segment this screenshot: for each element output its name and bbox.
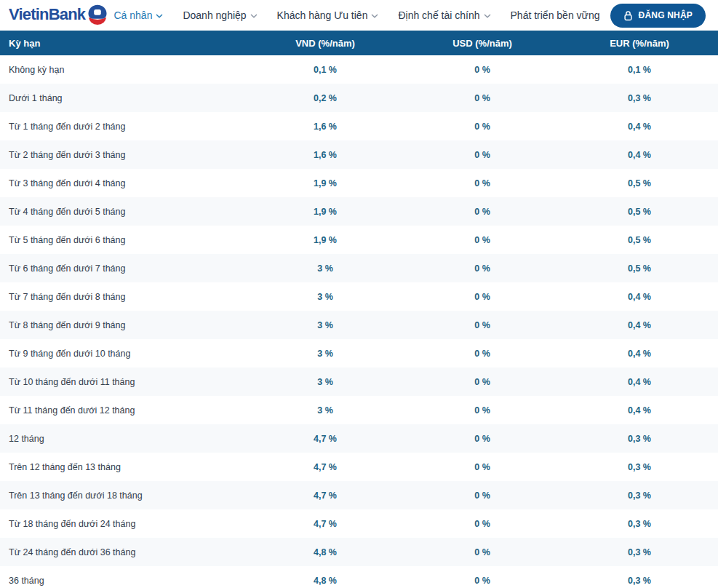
nav-item-2[interactable]: Khách hàng Ưu tiên xyxy=(277,9,379,21)
login-button-label: ĐĂNG NHẬP xyxy=(639,10,693,20)
vnd-cell: 4,7 % xyxy=(247,490,404,501)
chevron-down-icon xyxy=(484,14,491,18)
vnd-cell: 3 % xyxy=(247,320,404,330)
vnd-cell: 4,7 % xyxy=(247,519,404,529)
eur-cell: 0,5 % xyxy=(561,235,718,245)
vnd-cell: 4,8 % xyxy=(247,576,404,586)
eur-cell: 0,3 % xyxy=(561,434,718,444)
usd-cell: 0 % xyxy=(404,405,561,416)
vnd-cell: 0,2 % xyxy=(247,93,404,103)
usd-cell: 0 % xyxy=(404,490,561,501)
term-cell: Từ 5 tháng đến dưới 6 tháng xyxy=(0,235,247,245)
usd-cell: 0 % xyxy=(404,349,561,359)
eur-cell: 0,1 % xyxy=(561,65,718,75)
vnd-cell: 4,7 % xyxy=(247,434,404,444)
col-header-usd: USD (%/năm) xyxy=(404,38,561,49)
usd-cell: 0 % xyxy=(404,207,561,217)
usd-cell: 0 % xyxy=(404,235,561,245)
chevron-down-icon xyxy=(156,14,163,18)
table-row: Từ 5 tháng đến dưới 6 tháng 1,9 % 0 % 0,… xyxy=(0,226,718,254)
vnd-cell: 3 % xyxy=(247,349,404,359)
eur-cell: 0,4 % xyxy=(561,320,718,330)
eur-cell: 0,3 % xyxy=(561,93,718,103)
table-row: Từ 3 tháng đến dưới 4 tháng 1,9 % 0 % 0,… xyxy=(0,169,718,197)
vnd-cell: 1,6 % xyxy=(247,122,404,132)
interest-rate-table: Kỳ hạn VND (%/năm) USD (%/năm) EUR (%/nă… xyxy=(0,31,718,588)
logo-text: VietinBank xyxy=(9,7,85,25)
term-cell: Từ 8 tháng đến dưới 9 tháng xyxy=(0,320,247,330)
vnd-cell: 3 % xyxy=(247,292,404,302)
term-cell: Không kỳ hạn xyxy=(0,65,247,75)
usd-cell: 0 % xyxy=(404,434,561,444)
eur-cell: 0,4 % xyxy=(561,122,718,132)
usd-cell: 0 % xyxy=(404,462,561,472)
eur-cell: 0,3 % xyxy=(561,462,718,472)
table-row: Từ 10 tháng đến dưới 11 tháng 3 % 0 % 0,… xyxy=(0,368,718,396)
term-cell: Trên 13 tháng đến dưới 18 tháng xyxy=(0,490,247,501)
table-row: Từ 8 tháng đến dưới 9 tháng 3 % 0 % 0,4 … xyxy=(0,311,718,339)
nav-item-1[interactable]: Doanh nghiệp xyxy=(183,9,257,21)
term-cell: Từ 7 tháng đến dưới 8 tháng xyxy=(0,292,247,302)
term-cell: Từ 11 tháng đến dưới 12 tháng xyxy=(0,405,247,416)
eur-cell: 0,3 % xyxy=(561,576,718,586)
vnd-cell: 1,6 % xyxy=(247,150,404,160)
top-navbar: VietinBank Cá nhân Doanh nghiệp Khách hà… xyxy=(0,0,718,31)
table-row: Dưới 1 tháng 0,2 % 0 % 0,3 % xyxy=(0,84,718,112)
table-row: Từ 11 tháng đến dưới 12 tháng 3 % 0 % 0,… xyxy=(0,396,718,424)
eur-cell: 0,3 % xyxy=(561,519,718,529)
vnd-cell: 3 % xyxy=(247,263,404,274)
vnd-cell: 1,9 % xyxy=(247,178,404,188)
main-nav: Cá nhân Doanh nghiệp Khách hàng Ưu tiên … xyxy=(113,9,599,21)
term-cell: Từ 3 tháng đến dưới 4 tháng xyxy=(0,178,247,188)
term-cell: Từ 9 tháng đến dưới 10 tháng xyxy=(0,349,247,359)
eur-cell: 0,5 % xyxy=(561,178,718,188)
eur-cell: 0,4 % xyxy=(561,377,718,387)
nav-item-label: Doanh nghiệp xyxy=(183,9,246,21)
eur-cell: 0,3 % xyxy=(561,490,718,501)
table-row: Trên 12 tháng đến 13 tháng 4,7 % 0 % 0,3… xyxy=(0,453,718,481)
eur-cell: 0,3 % xyxy=(561,547,718,557)
usd-cell: 0 % xyxy=(404,93,561,103)
col-header-eur: EUR (%/năm) xyxy=(561,38,718,49)
vnd-cell: 4,7 % xyxy=(247,462,404,472)
table-row: Từ 9 tháng đến dưới 10 tháng 3 % 0 % 0,4… xyxy=(0,339,718,368)
nav-item-0[interactable]: Cá nhân xyxy=(113,9,163,21)
table-row: Từ 18 tháng đến dưới 24 tháng 4,7 % 0 % … xyxy=(0,509,718,538)
usd-cell: 0 % xyxy=(404,547,561,557)
usd-cell: 0 % xyxy=(404,320,561,330)
nav-item-label: Phát triển bền vững xyxy=(511,9,600,21)
table-row: Không kỳ hạn 0,1 % 0 % 0,1 % xyxy=(0,55,718,84)
usd-cell: 0 % xyxy=(404,150,561,160)
table-row: 12 tháng 4,7 % 0 % 0,3 % xyxy=(0,424,718,453)
usd-cell: 0 % xyxy=(404,122,561,132)
vietinbank-logo[interactable]: VietinBank xyxy=(9,7,108,25)
table-row: Từ 2 tháng đến dưới 3 tháng 1,6 % 0 % 0,… xyxy=(0,140,718,169)
term-cell: Dưới 1 tháng xyxy=(0,93,247,103)
usd-cell: 0 % xyxy=(404,292,561,302)
table-row: Từ 6 tháng đến dưới 7 tháng 3 % 0 % 0,5 … xyxy=(0,254,718,282)
table-row: Từ 1 tháng đến dưới 2 tháng 1,6 % 0 % 0,… xyxy=(0,112,718,140)
table-row: Từ 24 tháng đến dưới 36 tháng 4,8 % 0 % … xyxy=(0,538,718,566)
table-row: 36 tháng 4,8 % 0 % 0,3 % xyxy=(0,566,718,588)
nav-item-label: Khách hàng Ưu tiên xyxy=(277,9,368,21)
login-button[interactable]: ĐĂNG NHẬP xyxy=(610,4,706,28)
usd-cell: 0 % xyxy=(404,519,561,529)
term-cell: Từ 10 tháng đến dưới 11 tháng xyxy=(0,377,247,387)
vnd-cell: 3 % xyxy=(247,377,404,387)
chevron-down-icon xyxy=(250,14,258,18)
eur-cell: 0,4 % xyxy=(561,150,718,160)
usd-cell: 0 % xyxy=(404,377,561,387)
term-cell: Từ 2 tháng đến dưới 3 tháng xyxy=(0,150,247,160)
eur-cell: 0,4 % xyxy=(561,349,718,359)
term-cell: 36 tháng xyxy=(0,576,247,586)
term-cell: 12 tháng xyxy=(0,434,247,444)
vnd-cell: 1,9 % xyxy=(247,207,404,217)
col-header-term: Kỳ hạn xyxy=(0,38,247,49)
table-row: Trên 13 tháng đến dưới 18 tháng 4,7 % 0 … xyxy=(0,481,718,509)
usd-cell: 0 % xyxy=(404,65,561,75)
nav-item-4[interactable]: Phát triển bền vững xyxy=(511,9,600,21)
nav-item-3[interactable]: Định chế tài chính xyxy=(398,9,490,21)
term-cell: Từ 24 tháng đến dưới 36 tháng xyxy=(0,547,247,557)
vnd-cell: 0,1 % xyxy=(247,65,404,75)
col-header-vnd: VND (%/năm) xyxy=(247,38,404,49)
